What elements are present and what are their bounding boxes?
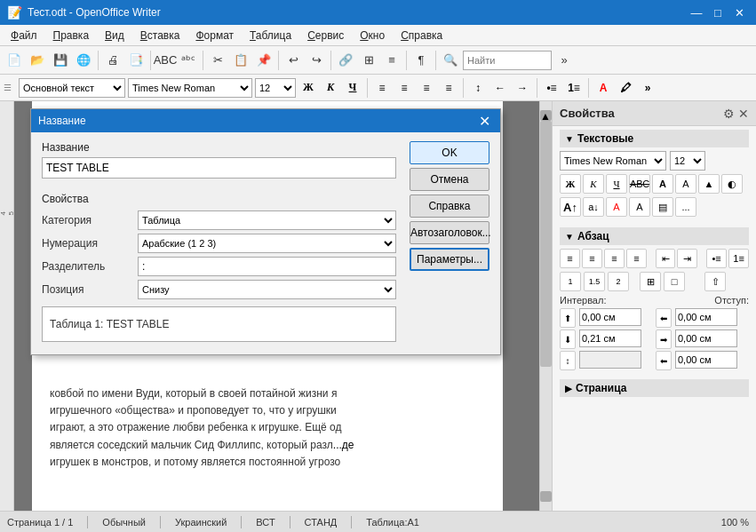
panel-settings-button[interactable]: ⚙ bbox=[723, 107, 735, 121]
line-spacing-button[interactable]: ↕ bbox=[468, 78, 488, 98]
menu-help[interactable]: Справка bbox=[394, 28, 450, 44]
italic-button[interactable]: К bbox=[321, 78, 340, 98]
scroll-up-arrow[interactable]: ▲ bbox=[540, 110, 552, 121]
para-section-header[interactable]: ▼ Абзац bbox=[560, 227, 749, 245]
panel-size-select[interactable]: 12 bbox=[670, 151, 705, 171]
linespace15-button[interactable]: 1.5 bbox=[584, 272, 605, 291]
para-align-left-button[interactable]: ≡ bbox=[560, 249, 580, 268]
offset-left-input[interactable] bbox=[675, 308, 737, 326]
para-align-right-button[interactable]: ≡ bbox=[604, 249, 625, 268]
menu-view[interactable]: Вид bbox=[98, 28, 131, 44]
spacing-bottom-input[interactable] bbox=[579, 330, 641, 347]
align-left-button[interactable]: ≡ bbox=[372, 78, 392, 98]
panel-charformat-button[interactable]: А bbox=[675, 174, 696, 194]
separator-input[interactable] bbox=[138, 257, 396, 276]
print-button[interactable]: 🖨 bbox=[102, 50, 123, 71]
dialog-close-button[interactable]: ✕ bbox=[475, 112, 493, 130]
panel-bold-button[interactable]: Ж bbox=[560, 174, 581, 194]
ok-button[interactable]: OK bbox=[410, 141, 489, 164]
insert-rows-button[interactable]: ≡ bbox=[381, 50, 402, 71]
panel-color2-button[interactable]: A bbox=[629, 197, 650, 217]
linespace2-button[interactable]: 2 bbox=[608, 272, 629, 291]
justify-button[interactable]: ≡ bbox=[439, 78, 458, 98]
autocorrect-button[interactable]: ᵃᵇᶜ bbox=[178, 50, 199, 71]
indent-decrease-button[interactable]: ← bbox=[490, 78, 510, 98]
params-button[interactable]: Параметры... bbox=[410, 248, 489, 271]
para-align-center-button[interactable]: ≡ bbox=[582, 249, 602, 268]
maximize-button[interactable]: □ bbox=[708, 4, 728, 21]
underline-button[interactable]: Ч bbox=[343, 78, 362, 98]
copy-button[interactable]: 📋 bbox=[230, 50, 251, 71]
more-fmt-button[interactable]: » bbox=[638, 78, 657, 98]
para-bullets-button[interactable]: •≡ bbox=[706, 249, 727, 268]
panel-fontcolor-button[interactable]: А bbox=[652, 174, 673, 194]
menu-tools[interactable]: Сервис bbox=[300, 28, 351, 44]
para-indent-left-button[interactable]: ⇤ bbox=[656, 249, 676, 268]
bullet-list-button[interactable]: •≡ bbox=[542, 78, 561, 98]
para-justify-button[interactable]: ≡ bbox=[626, 249, 647, 268]
para-numbers-button[interactable]: 1≡ bbox=[728, 249, 749, 268]
linespace1-button[interactable]: 1 bbox=[560, 272, 581, 291]
align-center-button[interactable]: ≡ bbox=[394, 78, 414, 98]
tabstops-button[interactable]: ⊞ bbox=[640, 272, 661, 291]
scroll-down-arrow[interactable] bbox=[540, 491, 552, 502]
page-section-header[interactable]: ▶ Страница bbox=[560, 379, 749, 397]
para-indent-right-button[interactable]: ⇥ bbox=[677, 249, 697, 268]
menu-edit[interactable]: Правка bbox=[46, 28, 97, 44]
sidebar-toggle[interactable]: ☰ bbox=[4, 83, 16, 92]
panel-shadow-button[interactable]: ▲ bbox=[698, 174, 720, 194]
panel-moretext-button[interactable]: ... bbox=[675, 197, 696, 217]
panel-italic-button[interactable]: К bbox=[583, 174, 604, 194]
redo-button[interactable]: ↪ bbox=[306, 50, 327, 71]
panel-color1-button[interactable]: A bbox=[606, 197, 627, 217]
spacing-line-input[interactable] bbox=[579, 351, 641, 369]
font-select[interactable]: Times New Roman bbox=[128, 78, 252, 98]
hyperlink-button[interactable]: 🔗 bbox=[335, 50, 356, 71]
save-remote-button[interactable]: 🌐 bbox=[73, 50, 94, 71]
panel-underline-button[interactable]: Ч bbox=[606, 174, 627, 194]
numbered-list-button[interactable]: 1≡ bbox=[564, 78, 584, 98]
cut-button[interactable]: ✂ bbox=[207, 50, 228, 71]
panel-hl-button[interactable]: ▤ bbox=[652, 197, 673, 217]
minimize-button[interactable]: — bbox=[687, 4, 706, 21]
font-color-button[interactable]: A bbox=[593, 78, 613, 98]
spellcheck-button[interactable]: ABC bbox=[155, 50, 176, 71]
indent-increase-button[interactable]: → bbox=[513, 78, 532, 98]
style-select[interactable]: Основной текст bbox=[19, 78, 125, 98]
pdf-button[interactable]: 📑 bbox=[125, 50, 147, 71]
para-more-button[interactable]: ⇧ bbox=[704, 272, 726, 291]
panel-bigger-button[interactable]: A↑ bbox=[560, 197, 581, 217]
name-input[interactable] bbox=[42, 157, 396, 179]
nonprinting-button[interactable]: ¶ bbox=[410, 50, 432, 71]
panel-shadow2-button[interactable]: ◐ bbox=[721, 174, 743, 194]
border-button[interactable]: □ bbox=[664, 272, 685, 291]
cancel-button[interactable]: Отмена bbox=[410, 168, 489, 191]
size-select[interactable]: 12 bbox=[255, 78, 296, 98]
close-button[interactable]: ✕ bbox=[729, 4, 749, 21]
open-button[interactable]: 📂 bbox=[27, 50, 48, 71]
table-button[interactable]: ⊞ bbox=[358, 50, 379, 71]
help-button[interactable]: Справка bbox=[410, 195, 489, 218]
scroll-thumb[interactable] bbox=[540, 121, 552, 367]
new-button[interactable]: 📄 bbox=[4, 50, 25, 71]
find-btn[interactable]: 🔍 bbox=[440, 50, 461, 71]
panel-font-select[interactable]: Times New Roman bbox=[560, 151, 666, 171]
menu-file[interactable]: Файл bbox=[4, 28, 44, 44]
find-input[interactable] bbox=[463, 51, 552, 70]
vertical-scrollbar[interactable]: ▲ bbox=[539, 101, 552, 511]
position-select[interactable]: Снизу bbox=[138, 280, 396, 299]
menu-insert[interactable]: Вставка bbox=[133, 28, 187, 44]
category-select[interactable]: Таблица bbox=[138, 210, 396, 230]
panel-smaller-button[interactable]: a↓ bbox=[583, 197, 604, 217]
menu-format[interactable]: Формат bbox=[188, 28, 241, 44]
paste-button[interactable]: 📌 bbox=[253, 50, 275, 71]
save-button[interactable]: 💾 bbox=[50, 50, 71, 71]
numbering-select[interactable]: Арабские (1 2 3) bbox=[138, 234, 396, 253]
offset-extra-input[interactable] bbox=[675, 351, 737, 369]
panel-close-button[interactable]: ✕ bbox=[738, 107, 749, 121]
autoheader-button[interactable]: Автозаголовок... bbox=[410, 221, 489, 244]
undo-button[interactable]: ↩ bbox=[283, 50, 304, 71]
more-tools-button[interactable]: » bbox=[553, 50, 575, 71]
align-right-button[interactable]: ≡ bbox=[417, 78, 436, 98]
menu-table[interactable]: Таблица bbox=[243, 28, 298, 44]
